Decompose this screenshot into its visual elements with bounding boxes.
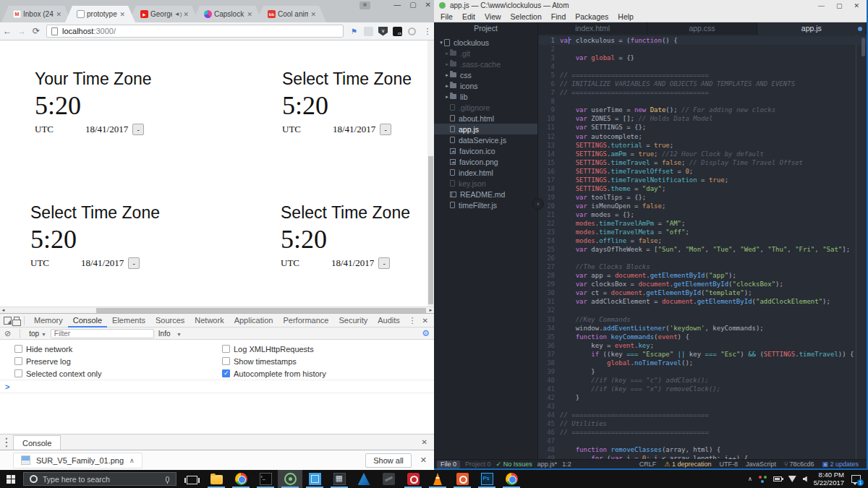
console-setting-checkbox[interactable]: Hide network [14, 343, 102, 355]
scroll-left-icon[interactable]: ◄ [0, 308, 7, 312]
tree-item-icons[interactable]: ▸icons [434, 80, 537, 91]
chrome-maximize-button[interactable]: ▢ [409, 1, 416, 9]
console-setting-checkbox[interactable]: Preserve log [14, 355, 102, 367]
devtools-tab-audits[interactable]: Audits [373, 314, 405, 328]
tab-close-icon[interactable]: ✕ [56, 11, 61, 18]
taskbar-app-photoshop[interactable] [475, 470, 499, 488]
tree-item-index.html[interactable]: index.html [434, 167, 537, 178]
taskbar-clock[interactable]: 8:40 PM 5/22/2017 [814, 471, 844, 487]
console-prompt[interactable]: > [5, 382, 9, 391]
battery-icon[interactable] [773, 476, 782, 481]
tree-item-app.js[interactable]: app.js [434, 124, 537, 134]
file-issues-counter[interactable]: File 0 [437, 461, 460, 468]
tab-close-icon[interactable]: ✕ [119, 11, 125, 18]
taskbar-app-chrome-2[interactable] [499, 470, 524, 488]
devtools-tab-elements[interactable]: Elements [107, 314, 150, 328]
menu-selection[interactable]: Selection [511, 12, 542, 21]
devtools-tab-sources[interactable]: Sources [150, 314, 190, 328]
browser-tab[interactable]: prototype.png (3✕ [65, 6, 135, 22]
scroll-right-icon[interactable]: ► [427, 308, 434, 312]
downloads-bar-close-icon[interactable]: ✕ [420, 455, 427, 465]
drawer-close-icon[interactable]: ✕ [422, 438, 434, 446]
remove-clock-button[interactable]: - [132, 124, 144, 135]
taskbar-app-adobe-cc[interactable] [401, 470, 425, 488]
taskbar-app-calculator[interactable] [327, 470, 352, 488]
action-center-icon[interactable]: 1 [851, 475, 861, 483]
atom-minimize-button[interactable]: — [818, 2, 825, 9]
tree-item-README.md[interactable]: README.md [434, 189, 537, 200]
menu-file[interactable]: File [441, 12, 453, 21]
tree-item-timeFilter.js[interactable]: timeFilter.js [434, 200, 537, 210]
tree-item-lib[interactable]: ▸lib [434, 91, 537, 102]
editor-tab-app.css[interactable]: app.css [647, 22, 757, 35]
devtools-tab-console[interactable]: Console [68, 314, 107, 328]
browser-tab[interactable]: bbCool animal anim✕ [256, 6, 326, 22]
chrome-menu-icon[interactable]: ⋮ [421, 27, 434, 36]
console-settings-gear-icon[interactable]: ⚙ [422, 328, 430, 338]
lint-status[interactable]: ✓ No Issues [496, 461, 532, 468]
tab-close-icon[interactable]: ✕ [310, 11, 316, 18]
context-selector[interactable]: top ▼ [29, 330, 46, 338]
taskbar-app-chrome[interactable] [229, 470, 253, 488]
tree-collapse-button[interactable]: ‹ [532, 198, 544, 210]
status-filename[interactable]: app.js* [537, 461, 558, 468]
console-setting-checkbox[interactable]: Log XMLHttpRequests [222, 343, 326, 355]
devtools-tab-security[interactable]: Security [333, 314, 373, 328]
menu-packages[interactable]: Packages [575, 12, 608, 21]
code-editor[interactable]: 1var clockulous = (function() {23 var gl… [539, 35, 867, 459]
back-icon[interactable]: ← [0, 26, 14, 36]
taskbar-search-box[interactable]: Type here to search [23, 472, 176, 486]
taskbar-app-photos[interactable] [302, 470, 327, 488]
taskbar-app-orange-app[interactable] [450, 470, 475, 488]
drawer-kebab-icon[interactable]: ⋮ [0, 435, 13, 449]
log-level-selector[interactable]: Info ▼ [158, 330, 182, 338]
tray-color-icon[interactable] [759, 475, 767, 483]
page-horizontal-scrollbar[interactable]: ◄ ► [0, 307, 434, 313]
disc-extension-icon[interactable] [408, 27, 416, 35]
grammar-indicator[interactable]: JavaScript [746, 461, 776, 468]
tab-close-icon[interactable]: ✕ [183, 11, 189, 18]
menu-find[interactable]: Find [551, 12, 566, 21]
menu-view[interactable]: View [485, 12, 501, 21]
taskbar-app-task-view[interactable] [179, 470, 204, 488]
devtools-tab-application[interactable]: Application [229, 314, 278, 328]
tray-expand-icon[interactable]: ∧ [748, 476, 752, 482]
tree-item-clockulous[interactable]: ▾clockulous [434, 37, 537, 48]
remove-clock-button[interactable]: - [378, 257, 390, 269]
tree-item-css[interactable]: ▸css [434, 69, 537, 80]
forward-icon[interactable]: → [14, 26, 29, 36]
download-menu-icon[interactable]: ∧ [129, 457, 135, 464]
chrome-minimize-button[interactable]: — [393, 1, 401, 9]
encoding-indicator[interactable]: UTF-8 [719, 461, 738, 468]
tree-item-favicon.ico[interactable]: favicon.ico [434, 145, 537, 156]
refresh-icon[interactable]: ⟳ [29, 26, 43, 36]
inspect-element-icon[interactable] [4, 317, 12, 325]
tree-item-.sass-cache[interactable]: ▸.sass-cache [434, 59, 537, 69]
console-filter-input[interactable] [51, 329, 154, 338]
black-extension-icon[interactable]: cs [393, 27, 402, 36]
updates-indicator[interactable]: 2 updates [822, 461, 859, 468]
microphone-icon[interactable] [166, 476, 169, 482]
tree-item-.git[interactable]: ▸.git [434, 48, 537, 59]
remove-clock-button[interactable]: - [380, 124, 391, 135]
console-setting-checkbox[interactable]: Show timestamps [222, 355, 326, 367]
editor-scroll-thumb[interactable] [861, 38, 865, 56]
git-branch-indicator[interactable]: 78c6cd6 [784, 461, 814, 468]
editor-tab-app.js[interactable]: app.js [757, 22, 867, 35]
taskbar-app-command-prompt[interactable] [253, 470, 278, 488]
devtools-close-icon[interactable]: ✕ [422, 317, 428, 325]
tree-item-key.json[interactable]: key.json [434, 178, 537, 189]
tab-close-icon[interactable]: ✕ [247, 11, 252, 18]
pocket-extension-icon[interactable]: ∨ [378, 27, 388, 36]
address-bar[interactable]: localhost:3000/ [46, 25, 344, 38]
horizontal-scroll-thumb[interactable] [96, 308, 426, 313]
show-all-downloads-button[interactable]: Show all [365, 453, 412, 468]
taskbar-app-atom[interactable] [278, 470, 302, 488]
profile-avatar-icon[interactable] [359, 1, 370, 9]
tab-audio-icon[interactable]: ◄) [174, 11, 182, 17]
taskbar-app-blue-3d-app[interactable] [352, 470, 376, 488]
clear-console-icon[interactable]: ⊘ [4, 329, 11, 338]
taskbar-app-file-explorer[interactable] [204, 470, 229, 488]
device-toolbar-icon[interactable] [14, 317, 20, 325]
wifi-icon[interactable] [788, 476, 796, 482]
